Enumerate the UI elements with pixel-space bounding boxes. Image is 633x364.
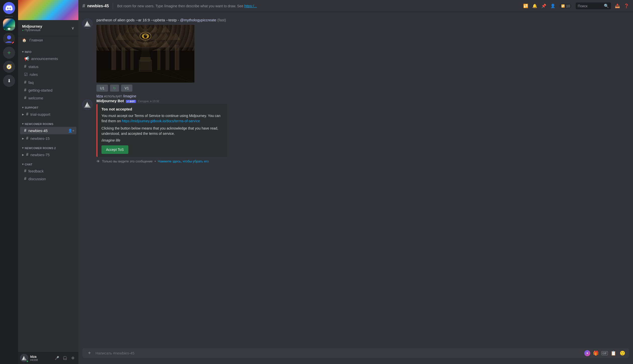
server-header[interactable]: Midjourney ● Публичный ∨ (18, 20, 78, 36)
channel-name-newbies-75: newbies-75 (30, 153, 74, 157)
category-info[interactable]: ▾ INFO (18, 46, 78, 54)
channel-announcements[interactable]: 📢 announcements (20, 55, 76, 63)
help-icon[interactable]: ❓ (624, 4, 629, 8)
search-box[interactable]: 🔍 (576, 3, 611, 9)
channel-rules[interactable]: ☑ rules (20, 71, 76, 78)
category-label-info: INFO (25, 50, 31, 53)
channel-name-discussion: discussion (28, 177, 74, 181)
category-arrow-support: ▾ (22, 106, 24, 109)
channel-feedback[interactable]: # feedback (20, 167, 76, 175)
category-newcomer-rooms-2[interactable]: ▾ NEWCOMER ROOMS 2 (18, 142, 78, 151)
message-input-area: + ✦ 🎁 GIF 📋 🙂 (78, 348, 633, 364)
channel-newbies-15[interactable]: ▶ # newbies-15 (20, 135, 76, 142)
bot-badge: ✓ БОТ (126, 100, 136, 103)
svg-marker-28 (140, 40, 150, 47)
home-icon: 🏠 (22, 38, 26, 42)
server-icon-midjourney[interactable] (3, 19, 15, 31)
channel-welcome[interactable]: # welcome (20, 94, 76, 102)
add-server-button[interactable]: + (3, 47, 15, 59)
search-input[interactable] (578, 4, 602, 8)
category-newcomer-rooms[interactable]: ▾ NEWCOMER ROOMS (18, 118, 78, 127)
bot-avatar-2 (82, 100, 92, 110)
nav-home[interactable]: 🏠 Главная (18, 36, 78, 44)
download-button[interactable]: ⬇ (3, 75, 15, 87)
prompt-user-link[interactable]: ldza (96, 94, 103, 98)
mute-button[interactable]: 🎤 (53, 354, 60, 361)
variation-v1-button[interactable]: V1 (121, 85, 132, 92)
user-mention[interactable]: @mythologypiccreate (180, 18, 216, 22)
hash-icon-trial: # (26, 112, 28, 116)
command-link[interactable]: /imagine (123, 94, 136, 98)
prompt-text: pantheon of alien gods --ar 16:9 --upbet… (96, 18, 179, 22)
svg-marker-9 (145, 26, 155, 32)
message-input-box: + ✦ 🎁 GIF 📋 🙂 (82, 348, 629, 358)
accept-tos-button[interactable]: Accept ToS (101, 145, 128, 154)
svg-marker-15 (161, 26, 171, 32)
channel-getting-started[interactable]: # getting-started (20, 86, 76, 94)
deafen-button[interactable]: 🎧 (61, 354, 68, 361)
nitro-button[interactable]: ✦ (584, 350, 590, 356)
category-label-chat: CHAT (25, 163, 32, 166)
svg-marker-34 (125, 40, 135, 47)
generated-image[interactable] (96, 25, 194, 83)
category-arrow-newcomer2: ▾ (22, 146, 24, 150)
discover-button[interactable]: 🧭 (3, 61, 15, 73)
channel-header-hash-icon: # (82, 3, 85, 9)
channel-newbies-45[interactable]: # newbies-45 👤+ (20, 127, 76, 134)
svg-marker-19 (150, 32, 161, 40)
announcement-icon: 📢 (24, 56, 29, 61)
category-chat[interactable]: ▾ CHAT (18, 159, 78, 167)
discord-home-button[interactable] (3, 2, 15, 14)
upscale-u1-button[interactable]: U1 (96, 85, 108, 92)
user-actions: 🎤 🎧 ⚙ (53, 354, 76, 361)
dismiss-link[interactable]: Нажмите здесь, чтобы убрать его (158, 159, 209, 163)
category-arrow-newcomer: ▾ (22, 122, 24, 126)
svg-marker-7 (96, 25, 194, 47)
tos-link[interactable]: https://midjourney.gitbook.io/docs/terms… (122, 119, 200, 123)
server-public-label: Публичный (25, 28, 40, 32)
svg-marker-31 (150, 40, 161, 47)
user-status-indicator (26, 360, 29, 362)
category-support[interactable]: ▾ SUPPORT (18, 102, 78, 110)
channel-name-status: status (28, 65, 74, 69)
sticker-button[interactable]: 📋 (610, 350, 617, 357)
svg-marker-18 (135, 32, 145, 40)
channel-newbies-75[interactable]: ▶ # newbies-75 (20, 151, 76, 158)
channel-name-rules: rules (30, 72, 74, 77)
svg-point-41 (138, 31, 153, 42)
channel-name-newbies-15: newbies-15 (30, 136, 74, 141)
main-content: # newbies-45 Bot room for new users. Typ… (78, 0, 633, 364)
channel-faq[interactable]: # faq (20, 79, 76, 86)
channel-discussion[interactable]: # discussion (20, 175, 76, 183)
channel-name-welcome: welcome (28, 96, 74, 100)
notification-icon[interactable]: 🔔 (532, 4, 537, 8)
message-group-2: ldza использует /imagine Midjourney B (78, 93, 633, 165)
header-link[interactable]: https:/... (244, 4, 257, 8)
add-attachment-button[interactable]: + (85, 349, 93, 357)
svg-marker-11 (150, 26, 161, 32)
channel-trial-support[interactable]: ▶ # trial-support (20, 110, 76, 118)
channel-status[interactable]: # status (20, 63, 76, 70)
channel-header-description: Bot room for new users. Type /imagine th… (117, 4, 521, 8)
add-member-icon[interactable]: 👤+ (68, 129, 74, 133)
thread-icon[interactable]: 🔁 (523, 4, 528, 8)
gift-button[interactable]: 🎁 (592, 350, 599, 357)
inbox-icon[interactable]: 📥 (615, 4, 620, 8)
message-content-1: pantheon of alien gods --ar 16:9 --upbet… (96, 18, 629, 92)
gif-button[interactable]: GIF (601, 351, 608, 355)
embed-description-1: You must accept our Terms of Service to … (101, 113, 223, 124)
hash-icon-faq: # (24, 80, 26, 85)
hash-icon-getting-started: # (24, 88, 26, 92)
channel-name-faq: faq (28, 80, 74, 85)
settings-button[interactable]: ⚙ (69, 354, 76, 361)
messages-container: pantheon of alien gods --ar 16:9 --upbet… (78, 12, 633, 348)
server-icon-other[interactable]: 1 (3, 33, 15, 45)
refresh-button[interactable]: ↻ (110, 85, 119, 92)
collapse-arrow-newbies75: ▶ (22, 153, 24, 156)
pin-icon[interactable]: 📌 (541, 4, 546, 8)
members-icon[interactable]: 👤 (550, 4, 555, 8)
speed-indicator: (fast) (217, 18, 226, 22)
emoji-button[interactable]: 🙂 (619, 350, 626, 357)
message-input-field[interactable] (95, 348, 582, 358)
server-banner (18, 0, 78, 20)
